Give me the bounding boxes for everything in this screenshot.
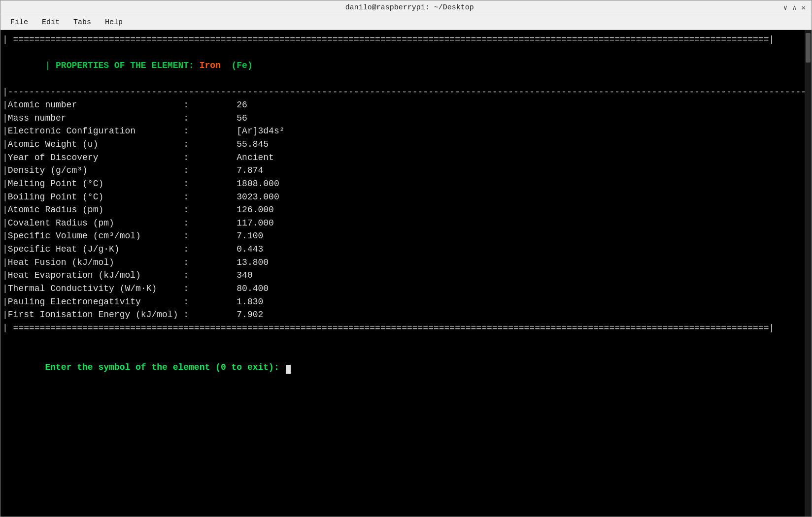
- prop-atomic-radius: |Atomic Radius (pm) : 126.000: [2, 203, 801, 217]
- prompt-text: Enter the symbol of the element (0 to ex…: [45, 362, 284, 372]
- prop-electronegativity: |Pauling Electronegativity : 1.830: [2, 295, 801, 309]
- scrollbar-thumb[interactable]: [806, 33, 811, 63]
- titlebar: danilo@raspberrypi: ~/Desktop ∨ ∧ ✕: [0, 0, 812, 15]
- prop-electronic-config: |Electronic Configuration : [Ar]3d4s²: [2, 125, 801, 138]
- scrollbar[interactable]: [805, 30, 812, 517]
- prop-covalent-radius: |Covalent Radius (pm) : 117.000: [2, 217, 801, 230]
- prop-melting-point: |Melting Point (°C) : 1808.000: [2, 177, 801, 191]
- terminal-content[interactable]: | ======================================…: [0, 30, 805, 517]
- separator-dashes: |---------------------------------------…: [2, 86, 801, 99]
- spacer-line: [2, 334, 801, 348]
- prop-year-discovery: |Year of Discovery : Ancient: [2, 151, 801, 164]
- prop-heat-fusion: |Heat Fusion (kJ/mol) : 13.800: [2, 256, 801, 269]
- separator-top: | ======================================…: [2, 33, 801, 46]
- element-header: | PROPERTIES OF THE ELEMENT: Iron (Fe): [2, 46, 801, 86]
- terminal-cursor: [286, 365, 291, 374]
- minimize-button[interactable]: ∨: [783, 3, 787, 12]
- separator-bottom: | ======================================…: [2, 322, 801, 335]
- prop-thermal-conductivity: |Thermal Conductivity (W/m·K) : 80.400: [2, 282, 801, 295]
- menubar: File Edit Tabs Help: [0, 15, 812, 30]
- close-button[interactable]: ✕: [802, 3, 806, 12]
- menu-file[interactable]: File: [8, 17, 30, 28]
- element-symbol: (Fe): [221, 61, 253, 70]
- prop-specific-volume: |Specific Volume (cm³/mol) : 7.100: [2, 229, 801, 243]
- prop-atomic-number: |Atomic number : 26: [2, 98, 801, 112]
- menu-edit[interactable]: Edit: [40, 17, 62, 28]
- window-controls[interactable]: ∨ ∧ ✕: [783, 3, 806, 12]
- prop-specific-heat: |Specific Heat (J/g·K) : 0.443: [2, 243, 801, 256]
- menu-tabs[interactable]: Tabs: [71, 17, 93, 28]
- menu-help[interactable]: Help: [103, 17, 125, 28]
- terminal-area: | ======================================…: [0, 30, 812, 517]
- prop-ionisation-energy: |First Ionisation Energy (kJ/mol) : 7.90…: [2, 308, 801, 322]
- prop-heat-evaporation: |Heat Evaporation (kJ/mol) : 340: [2, 269, 801, 282]
- prop-boiling-point: |Boiling Point (°C) : 3023.000: [2, 191, 801, 204]
- prompt-line[interactable]: Enter the symbol of the element (0 to ex…: [2, 348, 801, 387]
- terminal-window: danilo@raspberrypi: ~/Desktop ∨ ∧ ✕ File…: [0, 0, 812, 517]
- prop-density: |Density (g/cm³) : 7.874: [2, 164, 801, 177]
- prop-atomic-weight: |Atomic Weight (u) : 55.845: [2, 138, 801, 151]
- header-label: | PROPERTIES OF THE ELEMENT:: [45, 61, 199, 70]
- prop-mass-number: |Mass number : 56: [2, 112, 801, 125]
- element-name: Iron: [200, 61, 221, 70]
- window-title: danilo@raspberrypi: ~/Desktop: [36, 3, 783, 12]
- maximize-button[interactable]: ∧: [792, 3, 796, 12]
